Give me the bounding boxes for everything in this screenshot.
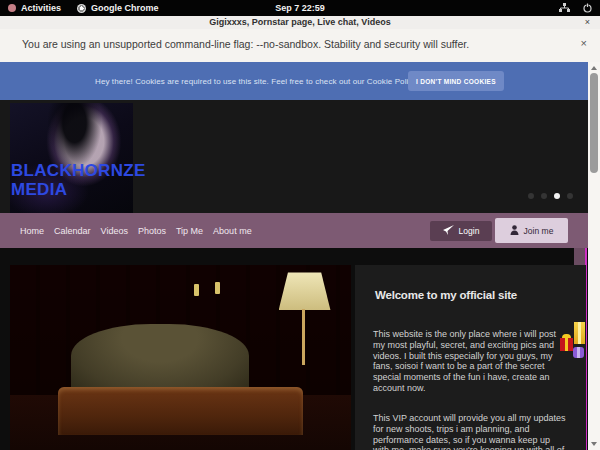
scroll-up-icon[interactable] xyxy=(591,66,597,70)
activities-indicator-icon xyxy=(8,4,16,12)
screen: Sep 7 22:59 Activities Google Chrome xyxy=(0,0,600,450)
welcome-paragraph-1: This website is the only place where i w… xyxy=(373,329,568,394)
nav-links: Home Calendar Videos Photos Tip Me About… xyxy=(20,213,252,248)
carousel-dot-1[interactable] xyxy=(528,193,534,199)
app-menu-label: Google Chrome xyxy=(91,3,159,13)
nav-item-videos[interactable]: Videos xyxy=(101,226,128,236)
cookie-notice-bar: Hey there! Cookies are required to use t… xyxy=(0,62,588,100)
gift-purple-icon xyxy=(573,347,584,358)
chrome-warning-bar: You are using an unsupported command-lin… xyxy=(0,29,600,63)
photo-table xyxy=(58,387,304,435)
header-banner-shading xyxy=(47,103,102,169)
nav-item-calendar[interactable]: Calendar xyxy=(54,226,91,236)
photo-candle xyxy=(215,282,220,294)
gift-gold-icon xyxy=(574,322,585,344)
login-label: Login xyxy=(459,226,480,236)
activities-label: Activities xyxy=(21,3,61,13)
gifts-image[interactable] xyxy=(560,320,588,368)
nav-item-tip-me[interactable]: Tip Me xyxy=(176,226,203,236)
warning-message: You are using an unsupported command-lin… xyxy=(22,38,469,50)
chrome-icon xyxy=(77,4,86,13)
send-icon xyxy=(443,225,454,237)
window-close-icon[interactable]: × xyxy=(585,16,590,29)
welcome-heading: Welcome to my official site xyxy=(375,289,517,301)
cookie-message: Hey there! Cookies are required to use t… xyxy=(95,77,461,86)
site-logo-line2: MEDIA xyxy=(11,180,146,199)
photo-lamp-pole xyxy=(302,309,305,365)
join-me-label: Join me xyxy=(524,226,554,236)
site-logo-line1: BLACKHORNZE xyxy=(11,161,146,180)
warning-close-icon[interactable]: × xyxy=(581,37,587,49)
slider-photo xyxy=(10,265,351,450)
window-title-bar: Gigixxxs, Pornstar page, Live chat, Vide… xyxy=(0,16,600,30)
app-menu-button[interactable]: Google Chrome xyxy=(77,3,159,13)
welcome-paragraph-2: This VIP account will provide you all my… xyxy=(373,413,568,450)
nav-item-photos[interactable]: Photos xyxy=(138,226,166,236)
gift-red-icon xyxy=(560,338,573,351)
carousel-dots xyxy=(528,193,573,199)
network-icon[interactable] xyxy=(559,3,570,13)
nav-item-home[interactable]: Home xyxy=(20,226,44,236)
user-icon xyxy=(510,225,519,237)
scroll-down-icon[interactable] xyxy=(591,442,597,446)
login-button[interactable]: Login xyxy=(430,221,492,241)
join-me-button[interactable]: Join me xyxy=(495,218,568,243)
site-logo[interactable]: BLACKHORNZE MEDIA xyxy=(11,161,146,199)
system-top-bar: Sep 7 22:59 Activities Google Chrome xyxy=(0,0,600,16)
power-icon[interactable] xyxy=(583,3,592,13)
activities-button[interactable]: Activities xyxy=(8,3,61,13)
photo-candle xyxy=(194,284,199,296)
carousel-dot-4[interactable] xyxy=(567,193,573,199)
nav-item-about-me[interactable]: About me xyxy=(213,226,252,236)
carousel-dot-2[interactable] xyxy=(541,193,547,199)
window-title: Gigixxxs, Pornstar page, Live chat, Vide… xyxy=(0,16,600,29)
scrollbar[interactable] xyxy=(588,62,600,450)
welcome-panel: Welcome to my official site This website… xyxy=(355,265,586,450)
photo-couch xyxy=(71,324,248,394)
accept-cookies-button[interactable]: I DON'T MIND COOKIES xyxy=(408,71,504,91)
carousel-dot-3-active[interactable] xyxy=(554,193,560,199)
scrollbar-thumb[interactable] xyxy=(590,73,598,173)
